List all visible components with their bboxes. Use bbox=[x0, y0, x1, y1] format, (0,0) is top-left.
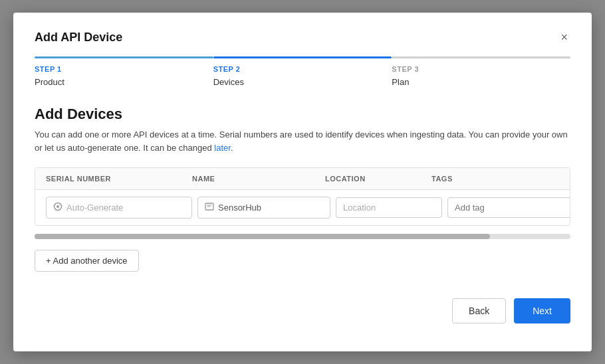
location-field[interactable]: Location bbox=[336, 197, 442, 218]
serial-icon bbox=[53, 202, 62, 213]
name-icon bbox=[205, 202, 214, 213]
steps-container: STEP 1 Product STEP 2 Devices STEP 3 Pla… bbox=[35, 56, 570, 87]
location-placeholder: Location bbox=[343, 203, 376, 213]
tags-field: Add bbox=[447, 197, 570, 218]
back-button[interactable]: Back bbox=[452, 298, 506, 323]
modal-title: Add API Device bbox=[35, 31, 122, 45]
close-button[interactable]: × bbox=[558, 29, 570, 46]
serial-placeholder: Auto-Generate bbox=[66, 203, 123, 213]
step1-label: STEP 1 bbox=[35, 65, 213, 73]
step3-label: STEP 3 bbox=[392, 65, 570, 73]
modal-header: Add API Device × bbox=[35, 29, 570, 46]
section-description: You can add one or more API devices at a… bbox=[35, 128, 570, 154]
col-serial: SERIAL NUMBER bbox=[46, 175, 192, 183]
step2-label: STEP 2 bbox=[213, 65, 392, 73]
step-3: STEP 3 Plan bbox=[392, 56, 570, 87]
name-value: SensorHub bbox=[218, 203, 261, 213]
col-name: NAME bbox=[192, 175, 325, 183]
modal-footer: Back Next bbox=[35, 288, 570, 323]
tag-input[interactable] bbox=[447, 197, 570, 218]
table-row: Auto-Generate SensorHub Location Add bbox=[35, 190, 570, 225]
later-link[interactable]: later bbox=[214, 143, 231, 153]
step2-name: Devices bbox=[213, 77, 392, 87]
step3-name: Plan bbox=[392, 77, 570, 87]
scrollbar-thumb bbox=[35, 234, 490, 239]
horizontal-scrollbar[interactable] bbox=[35, 234, 570, 239]
name-field[interactable]: SensorHub bbox=[197, 197, 330, 219]
step3-bar bbox=[392, 56, 570, 58]
devices-table: SERIAL NUMBER NAME LOCATION TAGS Auto-Ge… bbox=[35, 167, 570, 226]
step1-name: Product bbox=[35, 77, 213, 87]
section-title: Add Devices bbox=[35, 106, 570, 123]
col-tags: TAGS bbox=[431, 175, 559, 183]
add-another-device-button[interactable]: + Add another device bbox=[35, 250, 139, 272]
add-api-device-modal: Add API Device × STEP 1 Product STEP 2 D… bbox=[13, 13, 592, 351]
step-2: STEP 2 Devices bbox=[213, 56, 392, 87]
next-button[interactable]: Next bbox=[514, 298, 570, 323]
table-header: SERIAL NUMBER NAME LOCATION TAGS bbox=[35, 168, 570, 190]
serial-number-field[interactable]: Auto-Generate bbox=[46, 197, 192, 219]
step2-bar bbox=[213, 56, 392, 58]
step1-bar bbox=[35, 56, 213, 58]
step-1: STEP 1 Product bbox=[35, 56, 213, 87]
col-location: LOCATION bbox=[325, 175, 431, 183]
